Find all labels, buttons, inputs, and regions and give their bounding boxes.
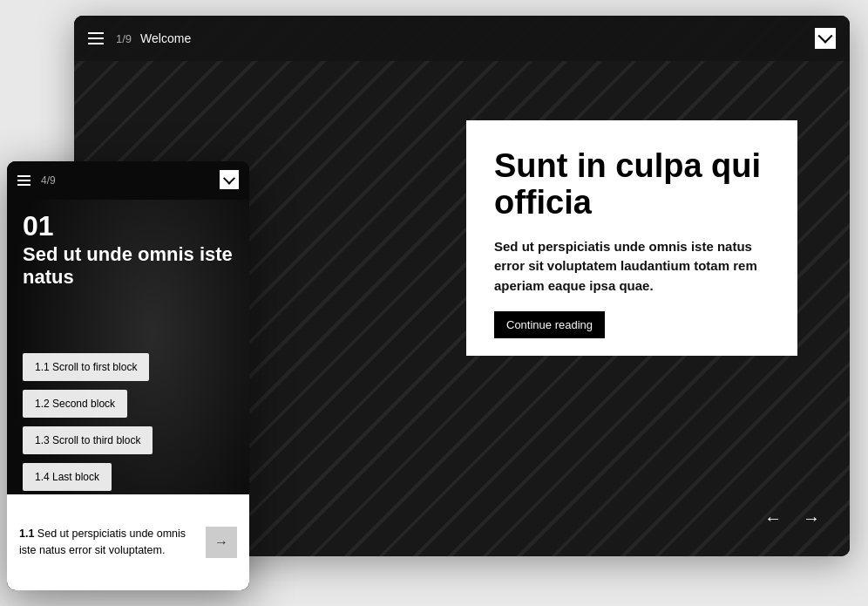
preview-card-body: Sed ut perspiciatis unde omnis iste natu… xyxy=(19,528,186,556)
scroll-buttons-list: 1.1 Scroll to first block1.2 Second bloc… xyxy=(23,353,234,491)
front-title: Sed ut unde omnis iste natus xyxy=(23,243,234,289)
preview-card-bold: 1.1 xyxy=(19,528,34,540)
front-window: 4/9 01 Sed ut unde omnis iste natus 1.1 … xyxy=(7,161,249,590)
hamburger-icon-front[interactable] xyxy=(17,175,31,186)
scroll-button-btn4[interactable]: 1.4 Last block xyxy=(23,463,112,491)
hamburger-icon[interactable] xyxy=(88,32,104,44)
continue-reading-button[interactable]: Continue reading xyxy=(494,311,605,338)
back-topbar: 1/9 Welcome xyxy=(74,16,850,61)
preview-card: 1.1 Sed ut perspiciatis unde omnis iste … xyxy=(7,494,249,590)
page-title-back: Welcome xyxy=(140,31,191,45)
front-topbar: 4/9 xyxy=(7,161,249,200)
content-box: Sunt in culpa qui officia Sed ut perspic… xyxy=(466,120,797,356)
scroll-button-btn1[interactable]: 1.1 Scroll to first block xyxy=(23,353,149,381)
scroll-button-btn3[interactable]: 1.3 Scroll to third block xyxy=(23,426,153,454)
preview-card-arrow[interactable] xyxy=(206,527,237,558)
page-indicator-back: 1/9 xyxy=(116,32,132,45)
prev-arrow[interactable]: ← xyxy=(759,504,787,532)
content-body: Sed ut perspiciatis unde omnis iste natu… xyxy=(494,237,770,296)
page-indicator-front: 4/9 xyxy=(41,174,56,187)
flipboard-icon-front[interactable] xyxy=(220,170,239,189)
flipboard-icon-back[interactable] xyxy=(815,28,836,49)
front-heading: 01 Sed ut unde omnis iste natus xyxy=(23,212,234,289)
preview-card-text: 1.1 Sed ut perspiciatis unde omnis iste … xyxy=(19,526,195,559)
content-title: Sunt in culpa qui officia xyxy=(494,148,770,221)
next-arrow[interactable]: → xyxy=(797,504,825,532)
scroll-button-btn2[interactable]: 1.2 Second block xyxy=(23,390,127,418)
nav-arrows: ← → xyxy=(759,504,825,532)
front-number: 01 xyxy=(23,212,234,240)
